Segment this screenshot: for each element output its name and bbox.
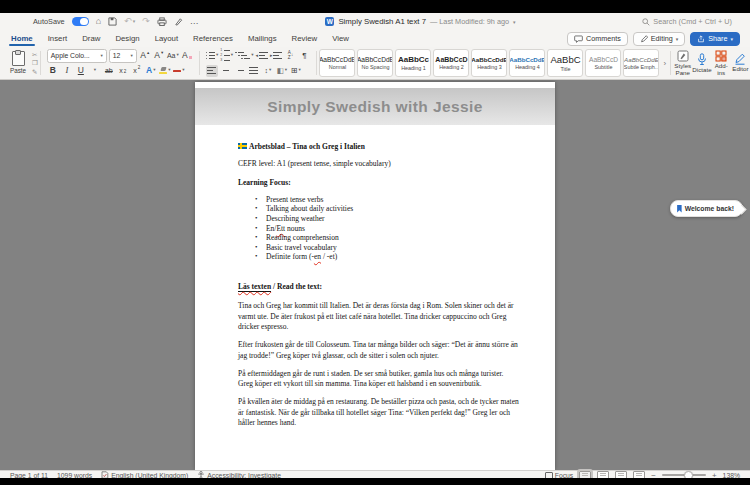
style-heading-2[interactable]: AaBbCcDHeading 2 <box>433 49 469 77</box>
grow-font-button[interactable]: A▴ <box>139 50 151 62</box>
justify-button[interactable] <box>248 65 260 77</box>
document-canvas[interactable]: Simply Swedish with Jessie Arbetsblad – … <box>0 80 750 470</box>
undo-icon[interactable]: ↶▾ <box>124 17 135 26</box>
save-icon[interactable] <box>108 17 117 26</box>
align-center-icon <box>221 67 230 73</box>
redo-icon[interactable]: ↷ <box>142 17 150 26</box>
editor-button[interactable]: Editor <box>731 53 750 73</box>
editing-caret-icon: ▾ <box>676 36 679 42</box>
italic-button[interactable]: I <box>61 65 73 77</box>
undo-caret-icon: ▾ <box>133 19 136 24</box>
line-spacing-button[interactable]: ↕▾ <box>262 65 274 77</box>
superscript-button[interactable]: x2 <box>131 65 143 77</box>
clipboard-icon <box>12 51 25 66</box>
add-ins-button[interactable]: Add-ins <box>712 50 731 77</box>
zoom-slider[interactable] <box>662 474 706 475</box>
tab-review[interactable]: Review <box>292 30 318 47</box>
sweden-flag-icon <box>238 143 247 149</box>
editing-mode-button[interactable]: Editing▾ <box>633 32 686 46</box>
style-heading-3[interactable]: AaBbCcDdEHeading 3 <box>471 49 507 77</box>
font-name-select[interactable]: Apple Colo...▾ <box>47 49 107 63</box>
highlight-button[interactable]: ▾ <box>159 65 171 77</box>
toolbar-overflow-icon[interactable]: … <box>190 17 199 26</box>
cut-icon[interactable]: ✂ <box>32 51 38 58</box>
borders-button[interactable]: ⊞▾ <box>290 65 302 77</box>
strikethrough-button[interactable]: ab <box>103 65 115 77</box>
document-page[interactable]: Simply Swedish with Jessie Arbetsblad – … <box>195 82 555 470</box>
bottom-black-strip <box>0 478 750 485</box>
font-color-button[interactable]: ▾ <box>173 65 185 77</box>
format-painter-small-icon[interactable]: ✎ <box>32 68 38 75</box>
align-right-button[interactable] <box>234 65 246 77</box>
style-title[interactable]: AaBbCTitle <box>547 49 583 77</box>
style-subtitle[interactable]: AaBbCcDSubtitle <box>585 49 621 77</box>
styles-gallery-more-icon[interactable]: › <box>661 59 668 68</box>
justify-icon <box>249 67 258 73</box>
style-normal[interactable]: AaBbCcDdENormal <box>319 49 355 77</box>
subscript-button[interactable]: x2 <box>117 65 129 77</box>
highlighter-icon <box>160 67 166 71</box>
document-title-area[interactable]: W Simply Swedish A1 text 7 — Last Modifi… <box>199 17 643 26</box>
tab-draw[interactable]: Draw <box>82 30 100 47</box>
list-item: Talking about daily activities <box>266 204 519 214</box>
style-no-spacing[interactable]: AaBbCcDdENo Spacing <box>357 49 393 77</box>
style-heading-4[interactable]: AaBbCcDdEHeading 4 <box>509 49 545 77</box>
tab-design[interactable]: Design <box>115 30 139 47</box>
show-paragraph-marks-button[interactable]: ¶ <box>298 50 310 62</box>
style-subtle-emphasis[interactable]: AaBbCcDdESubtle Emph... <box>623 49 659 77</box>
home-icon[interactable]: ⌂ <box>96 17 101 26</box>
tab-view[interactable]: View <box>332 30 349 47</box>
text-effects-button[interactable]: A▾ <box>145 65 157 77</box>
copy-icon[interactable]: ❐ <box>32 59 38 66</box>
shading-button[interactable]: ◧▾ <box>276 65 288 77</box>
welcome-back-label: Welcome back! <box>685 205 734 212</box>
comments-button[interactable]: Comments <box>567 32 628 46</box>
search-box[interactable]: Search (Cmd + Ctrl + U) <box>642 17 750 26</box>
underline-button[interactable]: U <box>75 65 87 77</box>
tab-mailings[interactable]: Mailings <box>248 30 277 47</box>
top-black-strip <box>0 0 750 13</box>
comment-icon <box>574 35 583 43</box>
shrink-font-button[interactable]: A▾ <box>153 50 165 62</box>
tab-layout[interactable]: Layout <box>155 30 178 47</box>
align-left-icon <box>207 67 216 73</box>
decrease-indent-button[interactable]: ◂ <box>255 50 268 62</box>
page-header: Simply Swedish with Jessie <box>195 88 555 125</box>
toggle-knob <box>80 18 88 26</box>
sort-button[interactable]: AZ↓ <box>284 50 296 62</box>
numbered-list-button[interactable]: 1 2 3 ▾ <box>220 50 233 62</box>
format-painter-icon[interactable] <box>174 17 183 26</box>
editor-icon <box>734 53 746 65</box>
bold-button[interactable]: B <box>47 65 59 77</box>
body-paragraph: Tina och Greg har kommit till Italien. D… <box>238 301 519 332</box>
last-modified-label: — Last Modified: 9h ago <box>430 17 509 26</box>
multilevel-list-button[interactable]: ▾ <box>235 50 253 62</box>
tab-insert[interactable]: Insert <box>48 30 68 47</box>
style-heading-1[interactable]: AaBbCcHeading 1 <box>395 49 431 77</box>
bullet-list-button[interactable]: ▾ <box>206 50 218 62</box>
change-case-button[interactable]: Aa▾ <box>167 50 179 62</box>
welcome-back-tooltip[interactable]: Welcome back! <box>670 200 743 217</box>
add-ins-icon <box>715 50 727 62</box>
underline-caret-icon[interactable]: ▾ <box>89 65 101 77</box>
dictate-button[interactable]: Dictate <box>692 53 711 74</box>
align-left-button[interactable] <box>206 65 218 77</box>
styles-pane-icon <box>677 50 689 62</box>
list-item: Reading comprehension <box>266 233 519 243</box>
font-size-select[interactable]: 12▾ <box>109 49 137 63</box>
read-text-heading: Läs texten / Read the text: <box>238 282 519 292</box>
share-button[interactable]: Share▾ <box>690 32 740 46</box>
ribbon-tabs-row: Home Insert Draw Design Layout Reference… <box>0 30 750 47</box>
paste-button[interactable]: Paste <box>6 51 30 74</box>
tab-home[interactable]: Home <box>11 30 33 47</box>
increase-indent-button[interactable]: ▸ <box>270 50 283 62</box>
document-title: Simply Swedish A1 text 7 <box>338 17 426 26</box>
autosave-toggle[interactable] <box>72 17 89 27</box>
clear-formatting-button[interactable]: A <box>181 50 193 62</box>
align-center-button[interactable] <box>220 65 232 77</box>
styles-pane-button[interactable]: StylesPane <box>673 50 692 77</box>
bullet-list-icon <box>206 52 215 60</box>
print-icon[interactable] <box>157 17 167 26</box>
page-body[interactable]: Arbetsblad – Tina och Greg i Italien CEF… <box>195 125 555 428</box>
tab-references[interactable]: References <box>193 30 233 47</box>
